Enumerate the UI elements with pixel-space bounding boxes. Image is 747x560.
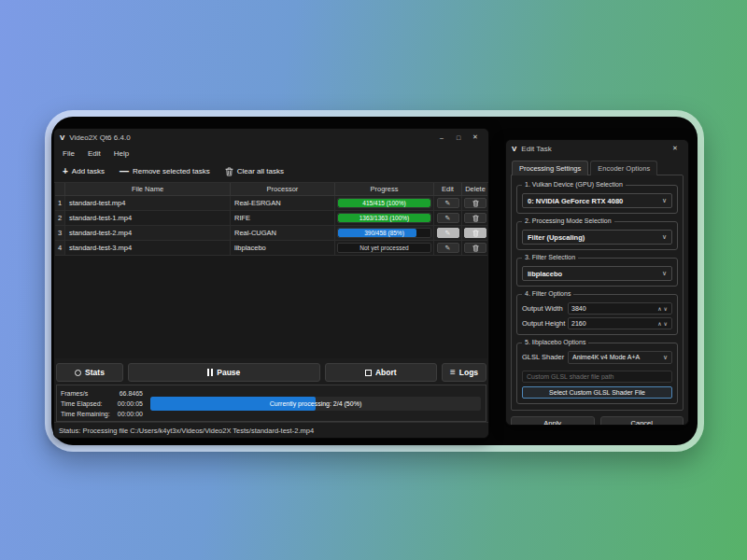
processing-mode-group: 2. Processing Mode Selection Filter (Ups… — [516, 221, 678, 250]
abort-button[interactable]: Abort — [325, 363, 437, 382]
processing-settings-pane: 1. Vulkan Device (GPU) Selection 0: NVID… — [511, 175, 684, 411]
add-tasks-button[interactable]: + Add tasks — [60, 165, 107, 177]
dialog-body: Processing Settings Encoder Options 1. V… — [506, 157, 688, 426]
delete-task-button[interactable] — [464, 213, 486, 223]
chevron-down-icon: ∨ — [663, 354, 668, 361]
gpu-select[interactable]: 0: NVIDIA GeForce RTX 4080 ∨ — [522, 193, 672, 208]
status-bar: Status: Processing file C:/Users/k4yt3x/… — [54, 422, 488, 438]
stats-button[interactable]: Stats — [56, 363, 123, 382]
pause-label: Pause — [217, 368, 240, 377]
chevron-down-icon[interactable]: ∨ — [663, 305, 669, 312]
glsl-shader-select[interactable]: Anime4K v4 Mode A+A ∨ — [568, 351, 672, 364]
edit-task-button[interactable]: ✎ — [437, 213, 459, 223]
table-row[interactable]: 2 standard-test-1.mp4 RIFE 1363/1363 (10… — [55, 211, 487, 226]
minimize-icon[interactable]: – — [434, 131, 449, 144]
processor-cell: Real-CUGAN — [231, 226, 335, 241]
cancel-button[interactable]: Cancel — [600, 416, 684, 426]
close-icon[interactable]: ✕ — [468, 131, 483, 144]
progress-text: 390/458 (85%) — [338, 229, 430, 237]
processor-cell: libplacebo — [231, 241, 335, 256]
header-delete: Delete — [462, 183, 487, 196]
edit-task-button: ✎ — [437, 228, 459, 238]
gpu-group-label: 1. Vulkan Device (GPU) Selection — [522, 181, 626, 188]
main-titlebar[interactable]: V Video2X Qt6 6.4.0 – □ ✕ — [54, 129, 488, 146]
row-number: 2 — [55, 211, 65, 226]
stats-panel: Frames/s 66.8465 Time Elapsed: 00:00:05 … — [56, 385, 486, 422]
stats-values: Frames/s 66.8465 Time Elapsed: 00:00:05 … — [57, 385, 147, 421]
chevron-down-icon: ∨ — [662, 197, 667, 204]
output-width-value: 3840 — [571, 305, 656, 312]
tab-processing-settings[interactable]: Processing Settings — [512, 161, 588, 175]
file-name-cell: standard-test-3.mp4 — [65, 241, 231, 256]
pause-button[interactable]: Pause — [128, 363, 320, 382]
filter-group-label: 3. Filter Selection — [522, 254, 578, 260]
pencil-icon: ✎ — [445, 230, 451, 236]
dialog-titlebar[interactable]: V Edit Task ✕ — [506, 140, 688, 157]
menu-file[interactable]: File — [63, 149, 75, 158]
progress-text: Not yet processed — [338, 244, 430, 252]
row-number: 4 — [55, 241, 65, 256]
table-row[interactable]: 3 standard-test-2.mp4 Real-CUGAN 390/458… — [55, 226, 487, 241]
pencil-icon: ✎ — [445, 215, 451, 221]
output-height-spinner[interactable]: 2160 ∧ ∨ — [568, 317, 672, 329]
row-number: 3 — [55, 226, 65, 241]
output-width-row: Output Width 3840 ∧ ∨ — [522, 302, 672, 315]
gauge-icon — [75, 370, 81, 376]
glsl-shader-value: Anime4K v4 Mode A+A — [572, 354, 663, 360]
maximize-icon[interactable]: □ — [451, 131, 466, 144]
edit-task-button[interactable]: ✎ — [437, 198, 459, 208]
processing-mode-select[interactable]: Filter (Upscaling) ∨ — [522, 230, 672, 245]
trash-icon — [225, 167, 233, 176]
progress-text: 415/415 (100%) — [338, 199, 430, 207]
progress-bar: Not yet processed — [337, 243, 431, 253]
progress-text: 1363/1363 (100%) — [338, 214, 430, 222]
apply-button[interactable]: Apply — [511, 416, 595, 426]
delete-task-button[interactable] — [464, 198, 486, 208]
remove-tasks-button[interactable]: — Remove selected tasks — [117, 165, 213, 177]
menubar: File Edit Help — [54, 146, 488, 161]
chevron-down-icon[interactable]: ∨ — [663, 320, 669, 327]
toolbar: + Add tasks — Remove selected tasks Clea… — [54, 161, 488, 183]
output-width-label: Output Width — [522, 304, 568, 313]
task-table: File Name Processor Progress Edit Delete… — [55, 183, 487, 358]
overall-progress-text: Currently processing: 2/4 (50%) — [150, 397, 481, 411]
table-header-row: File Name Processor Progress Edit Delete — [55, 183, 487, 196]
select-shader-file-button[interactable]: Select Custom GLSL Shader File — [522, 386, 672, 399]
row-number: 1 — [55, 196, 65, 211]
minus-icon: — — [120, 168, 129, 175]
time-elapsed-row: Time Elapsed: 00:00:05 — [61, 399, 143, 409]
logs-button[interactable]: ≡ Logs — [442, 363, 486, 382]
trash-icon — [472, 245, 479, 252]
time-remaining-row: Time Remaining: 00:00:00 — [61, 409, 143, 419]
edit-task-button[interactable]: ✎ — [437, 243, 459, 253]
trash-icon — [472, 230, 479, 237]
time-elapsed-label: Time Elapsed: — [61, 400, 118, 407]
tab-encoder-options[interactable]: Encoder Options — [590, 161, 657, 175]
filter-select[interactable]: libplacebo ∨ — [522, 266, 672, 281]
close-icon[interactable]: ✕ — [668, 142, 683, 155]
delete-task-button[interactable] — [464, 243, 486, 253]
progress-cell: Not yet processed — [335, 241, 434, 256]
overall-progress-bar: Currently processing: 2/4 (50%) — [150, 397, 481, 411]
table-row[interactable]: 4 standard-test-3.mp4 libplacebo Not yet… — [55, 241, 487, 256]
dialog-title: Edit Task — [521, 145, 551, 153]
menu-edit[interactable]: Edit — [88, 149, 101, 158]
file-name-cell: standard-test-1.mp4 — [65, 211, 231, 226]
processing-mode-value: Filter (Upscaling) — [528, 233, 662, 242]
progress-cell: 1363/1363 (100%) — [335, 211, 434, 226]
output-height-value: 2160 — [571, 320, 656, 327]
file-name-cell: standard-test.mp4 — [65, 196, 231, 211]
glsl-shader-row: GLSL Shader Anime4K v4 Mode A+A ∨ — [522, 351, 672, 363]
filter-options-label: 4. Filter Options — [522, 290, 573, 297]
processor-cell: RIFE — [231, 211, 335, 226]
output-width-spinner[interactable]: 3840 ∧ ∨ — [568, 302, 672, 315]
logs-icon: ≡ — [450, 368, 456, 377]
control-buttons-row: Stats Pause Abort ≡ Logs — [56, 363, 486, 382]
clear-tasks-button[interactable]: Clear all tasks — [222, 165, 287, 178]
custom-shader-path-input[interactable] — [522, 371, 672, 383]
output-height-label: Output Height — [522, 319, 568, 328]
main-window: V Video2X Qt6 6.4.0 – □ ✕ File Edit Help… — [53, 128, 489, 439]
table-row[interactable]: 1 standard-test.mp4 Real-ESRGAN 415/415 … — [55, 196, 487, 211]
menu-help[interactable]: Help — [114, 149, 129, 158]
remove-tasks-label: Remove selected tasks — [133, 167, 210, 175]
